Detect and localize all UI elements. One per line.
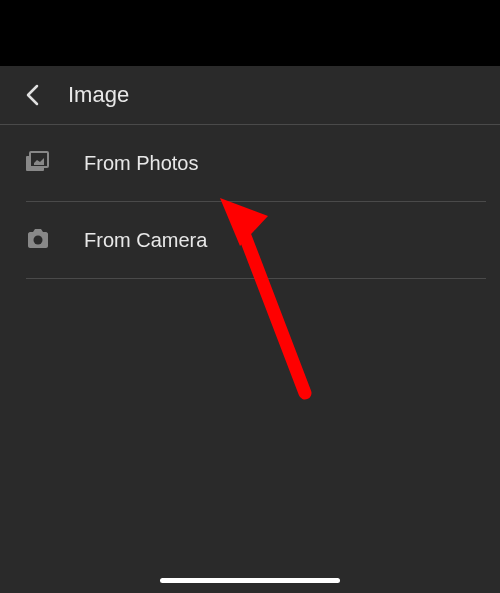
svg-point-2 xyxy=(34,236,43,245)
camera-icon xyxy=(24,226,52,254)
photos-icon xyxy=(24,149,52,177)
status-bar xyxy=(0,0,500,66)
menu-item-label: From Camera xyxy=(84,229,207,252)
page-title: Image xyxy=(68,82,129,108)
menu-list: From Photos From Camera xyxy=(0,125,500,279)
menu-item-label: From Photos xyxy=(84,152,198,175)
menu-item-from-photos[interactable]: From Photos xyxy=(12,125,486,201)
menu-item-from-camera[interactable]: From Camera xyxy=(12,202,486,278)
divider xyxy=(26,278,486,279)
chevron-left-icon xyxy=(25,84,39,106)
home-indicator[interactable] xyxy=(160,578,340,583)
back-button[interactable] xyxy=(20,83,44,107)
header: Image xyxy=(0,66,500,125)
